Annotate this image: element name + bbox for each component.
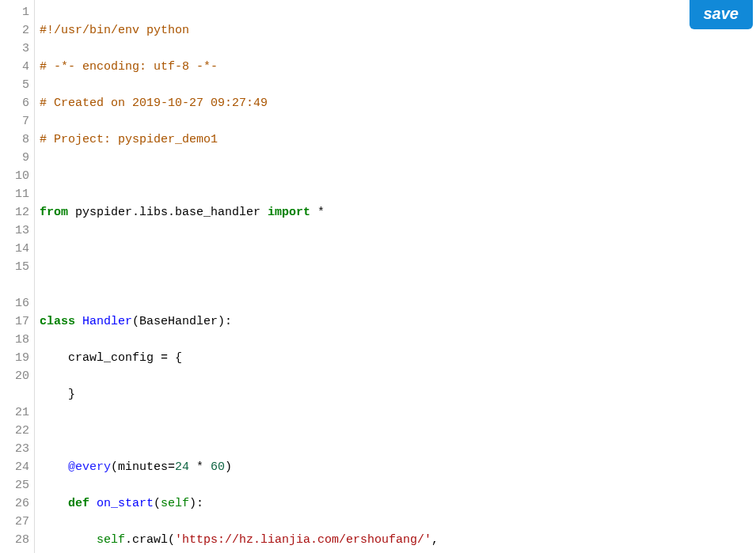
line-number: 6 xyxy=(0,94,29,112)
line-number: 7 xyxy=(0,112,29,131)
code-line[interactable]: class Handler(BaseHandler): xyxy=(40,312,756,331)
code-line[interactable]: self.crawl('https://hz.lianjia.com/ersho… xyxy=(40,531,756,549)
code-line[interactable]: # -*- encoding: utf-8 -*- xyxy=(40,58,756,76)
line-number: 10 xyxy=(0,167,29,185)
line-number xyxy=(0,385,29,403)
line-number: 22 xyxy=(0,422,29,440)
line-number: 2 xyxy=(0,21,29,40)
code-line[interactable] xyxy=(40,240,756,258)
line-number: 17 xyxy=(0,312,29,331)
line-number: 25 xyxy=(0,476,29,494)
code-line[interactable] xyxy=(40,422,756,440)
code-line[interactable] xyxy=(40,276,756,294)
code-line[interactable]: from pyspider.libs.base_handler import * xyxy=(40,203,756,222)
code-line[interactable]: def on_start(self): xyxy=(40,494,756,513)
code-line[interactable]: # Project: pyspider_demo1 xyxy=(40,131,756,149)
code-line[interactable] xyxy=(40,167,756,185)
line-number: 1 xyxy=(0,3,29,21)
line-number xyxy=(0,276,29,294)
line-number: 21 xyxy=(0,403,29,422)
line-number: 18 xyxy=(0,331,29,349)
code-editor[interactable]: 1 2 3 4 5 6 7 8 9 10 11 12 13 14 15 16 1… xyxy=(0,0,756,553)
line-number: 14 xyxy=(0,240,29,258)
code-line[interactable]: } xyxy=(40,385,756,403)
code-line[interactable]: # Created on 2019-10-27 09:27:49 xyxy=(40,94,756,112)
code-line[interactable]: #!/usr/bin/env python xyxy=(40,21,756,40)
save-button[interactable]: save xyxy=(690,0,754,29)
line-number: 12 xyxy=(0,203,29,222)
line-number: 28 xyxy=(0,531,29,549)
line-number: 3 xyxy=(0,40,29,58)
line-number: 11 xyxy=(0,185,29,203)
line-number: 13 xyxy=(0,222,29,240)
line-number: 15 xyxy=(0,258,29,276)
line-number: 24 xyxy=(0,458,29,476)
line-number: 19 xyxy=(0,349,29,367)
line-number: 23 xyxy=(0,440,29,458)
line-number: 20 xyxy=(0,367,29,385)
code-line[interactable]: crawl_config = { xyxy=(40,349,756,367)
line-number: 4 xyxy=(0,58,29,76)
line-number: 8 xyxy=(0,131,29,149)
code-area[interactable]: #!/usr/bin/env python # -*- encoding: ut… xyxy=(35,0,756,553)
line-number: 26 xyxy=(0,494,29,513)
line-number: 5 xyxy=(0,76,29,94)
line-number: 16 xyxy=(0,294,29,312)
line-number: 9 xyxy=(0,149,29,167)
line-number: 27 xyxy=(0,513,29,531)
line-gutter: 1 2 3 4 5 6 7 8 9 10 11 12 13 14 15 16 1… xyxy=(0,0,35,553)
code-line[interactable]: @every(minutes=24 * 60) xyxy=(40,458,756,476)
